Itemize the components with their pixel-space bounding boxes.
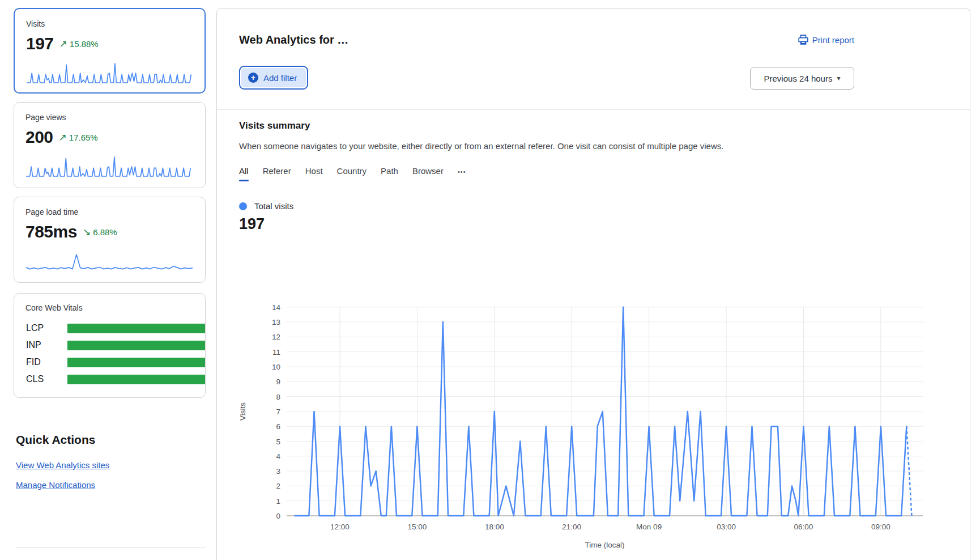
svg-text:06:00: 06:00 (794, 523, 813, 531)
visits-summary-description: When someone navigates to your website, … (239, 141, 723, 151)
tab-referer[interactable]: Referer (263, 166, 291, 181)
trend-up-icon: ↗ (59, 131, 67, 143)
svg-text:03:00: 03:00 (717, 523, 736, 531)
cls-label: CLS (26, 374, 56, 384)
page-load-time-trend-value: 6.88% (93, 227, 117, 237)
page-load-time-trend: ↘6.88% (83, 226, 117, 238)
svg-text:Mon 09: Mon 09 (636, 523, 662, 531)
trend-up-icon: ↗ (59, 38, 67, 50)
svg-text:2: 2 (276, 482, 280, 490)
chevron-down-icon: ▾ (837, 74, 840, 82)
add-filter-button[interactable]: + Add filter (239, 66, 308, 90)
tab-host[interactable]: Host (305, 166, 323, 181)
svg-text:Visits: Visits (238, 402, 247, 421)
visits-summary-title: Visits summary (239, 120, 310, 131)
svg-text:4: 4 (276, 452, 280, 461)
manage-notifications-link[interactable]: Manage Notifications (16, 480, 95, 490)
svg-text:15:00: 15:00 (408, 523, 427, 531)
page-title: Web Analytics for … (239, 33, 348, 46)
cls-score-bar (67, 375, 205, 384)
lcp-label: LCP (26, 323, 56, 333)
time-range-value: Previous 24 hours (764, 74, 833, 83)
svg-text:21:00: 21:00 (562, 523, 581, 531)
plus-circle-icon: + (248, 73, 258, 83)
inp-score-bar (67, 341, 205, 350)
print-report-button[interactable]: Print report (798, 35, 854, 45)
add-filter-label: Add filter (263, 73, 297, 83)
svg-text:9: 9 (276, 377, 280, 386)
svg-text:8: 8 (276, 393, 280, 401)
lcp-score-bar (67, 324, 205, 333)
vital-row-lcp: LCP (26, 323, 56, 333)
svg-text:1: 1 (276, 497, 280, 506)
core-web-vitals-card[interactable]: Core Web Vitals LCP INP FID CLS (14, 293, 206, 398)
svg-text:7: 7 (276, 408, 280, 416)
page-load-time-metric-card[interactable]: Page load time 785ms ↘6.88% (14, 197, 206, 283)
svg-text:3: 3 (276, 467, 280, 476)
view-web-analytics-sites-link[interactable]: View Web Analytics sites (16, 460, 109, 470)
fid-label: FID (26, 357, 56, 367)
svg-text:5: 5 (276, 438, 280, 446)
svg-text:14: 14 (272, 303, 281, 312)
svg-text:Time (local): Time (local) (585, 541, 624, 549)
page-views-sparkline (25, 155, 193, 178)
svg-text:10: 10 (272, 363, 280, 371)
vital-row-inp: INP (26, 340, 56, 350)
svg-text:18:00: 18:00 (485, 523, 504, 531)
page-views-card-label: Page views (25, 113, 66, 122)
tab-all[interactable]: All (239, 166, 249, 181)
visits-card-label: Visits (26, 19, 45, 28)
total-visits-legend-label: Total visits (254, 201, 293, 211)
core-web-vitals-title: Core Web Vitals (25, 303, 83, 312)
tab-country[interactable]: Country (337, 166, 367, 181)
analytics-panel: Web Analytics for … Print report + Add f… (216, 8, 970, 560)
tabs-overflow-icon[interactable]: ••• (458, 166, 466, 181)
vital-row-fid: FID (26, 357, 56, 367)
page-views-trend: ↗17.65% (59, 131, 98, 143)
trend-down-icon: ↘ (83, 226, 91, 238)
svg-text:6: 6 (276, 422, 280, 431)
svg-text:09:00: 09:00 (871, 523, 890, 531)
svg-text:0: 0 (276, 512, 280, 520)
page-views-trend-value: 17.65% (69, 133, 98, 142)
tab-path[interactable]: Path (381, 166, 398, 181)
svg-text:12:00: 12:00 (330, 523, 350, 531)
header-divider (217, 109, 970, 110)
vital-row-cls: CLS (26, 374, 56, 384)
page-views-card-value: 200 (25, 128, 53, 147)
time-range-dropdown[interactable]: Previous 24 hours ▾ (750, 67, 854, 90)
page-views-metric-card[interactable]: Page views 200 ↗17.65% (14, 102, 206, 188)
page-load-time-card-label: Page load time (25, 207, 78, 217)
total-visits-value: 197 (239, 215, 265, 233)
visits-card-value: 197 (26, 34, 54, 53)
visits-metric-card[interactable]: Visits 197 ↗15.88% (14, 8, 206, 94)
printer-icon (798, 35, 808, 45)
dimension-tabs: All Referer Host Country Path Browser ••… (239, 166, 466, 181)
visits-trend: ↗15.88% (59, 38, 99, 50)
web-analytics-page: Visits 197 ↗15.88% Page views 200 ↗17.65… (0, 0, 980, 560)
total-visits-legend-dot (239, 202, 247, 210)
page-load-time-sparkline (25, 250, 193, 273)
tab-browser[interactable]: Browser (412, 166, 444, 181)
visits-trend-value: 15.88% (70, 39, 99, 49)
page-load-time-card-value: 785ms (25, 222, 77, 241)
chart-legend: Total visits (239, 201, 293, 211)
quick-actions-heading: Quick Actions (16, 433, 95, 447)
inp-label: INP (26, 340, 56, 350)
svg-text:13: 13 (272, 318, 280, 326)
visits-sparkline (26, 62, 194, 84)
svg-text:11: 11 (272, 348, 280, 357)
svg-text:12: 12 (272, 333, 280, 341)
visits-line-chart: 12:0015:0018:0021:00Mon 0903:0006:0009:0… (233, 267, 964, 553)
sidebar-divider (16, 548, 206, 548)
print-report-label: Print report (812, 35, 854, 45)
fid-score-bar (67, 358, 205, 367)
